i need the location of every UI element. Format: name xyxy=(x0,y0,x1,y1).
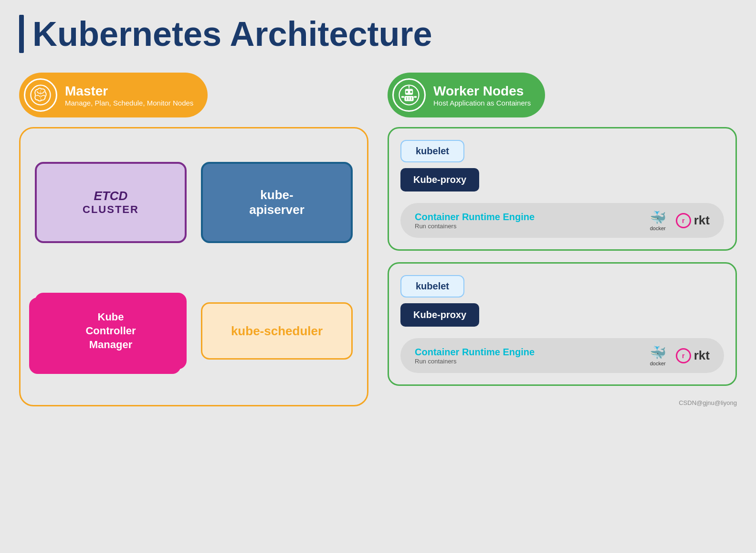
master-icon xyxy=(24,78,57,112)
scheduler-title: kube-scheduler xyxy=(231,324,323,339)
etcd-sub: CLUSTER xyxy=(83,203,139,216)
runtime-box-1: Container Runtime Engine Run containers … xyxy=(400,203,724,238)
master-badge: Master Manage, Plan, Schedule, Monitor N… xyxy=(19,73,208,117)
main-layout: Master Manage, Plan, Schedule, Monitor N… xyxy=(19,73,737,406)
rkt-logo-2: r rkt xyxy=(676,348,710,363)
docker-icon-2: 🐳 xyxy=(650,345,666,361)
kubelet-label-1: kubelet xyxy=(416,146,449,157)
kubelet-box-2: kubelet xyxy=(400,275,464,298)
svg-point-6 xyxy=(409,86,410,87)
docker-logo-2: 🐳 docker xyxy=(650,345,666,366)
etcd-title: ETCD xyxy=(94,189,128,203)
controller-box: KubeControllerManager xyxy=(35,293,187,369)
worker-section: Worker Nodes Host Application as Contain… xyxy=(388,73,737,406)
docker-label-2: docker xyxy=(650,361,666,366)
kubeproxy-box-1: Kube-proxy xyxy=(400,168,479,191)
worker-icon xyxy=(392,78,426,112)
watermark: CSDN@gjnu@liyong xyxy=(388,399,737,406)
runtime-text-2: Container Runtime Engine Run containers xyxy=(415,347,535,365)
svg-rect-11 xyxy=(401,96,404,98)
runtime-logos-1: 🐳 docker r rkt xyxy=(650,210,710,231)
controller-title: KubeControllerManager xyxy=(85,310,136,351)
master-badge-text: Master Manage, Plan, Schedule, Monitor N… xyxy=(65,84,193,107)
kubelet-label-2: kubelet xyxy=(416,281,449,292)
docker-label-1: docker xyxy=(650,225,666,231)
docker-logo-1: 🐳 docker xyxy=(650,210,666,231)
title-bar xyxy=(19,15,24,53)
rkt-label-1: rkt xyxy=(694,213,710,228)
worker-node-1: kubelet Kube-proxy Container Runtime Eng… xyxy=(388,127,737,251)
worker-badge: Worker Nodes Host Application as Contain… xyxy=(388,73,545,117)
apiserver-box: kube-apiserver xyxy=(201,162,353,243)
kubeproxy-label-2: Kube-proxy xyxy=(413,309,466,320)
worker-badge-text: Worker Nodes Host Application as Contain… xyxy=(433,84,531,107)
runtime-sub-1: Run containers xyxy=(415,223,535,230)
page-title: Kubernetes Architecture xyxy=(19,14,737,53)
scheduler-box: kube-scheduler xyxy=(201,302,353,360)
runtime-box-2: Container Runtime Engine Run containers … xyxy=(400,338,724,373)
kubeproxy-label-1: Kube-proxy xyxy=(413,174,466,185)
etcd-box: ETCD CLUSTER xyxy=(35,162,187,243)
runtime-logos-2: 🐳 docker r rkt xyxy=(650,345,710,366)
svg-point-4 xyxy=(410,91,412,93)
worker-node-2: kubelet Kube-proxy Container Runtime Eng… xyxy=(388,262,737,386)
runtime-title-2: Container Runtime Engine xyxy=(415,347,535,358)
rkt-logo-1: r rkt xyxy=(676,213,710,228)
master-container: ETCD CLUSTER kube-apiserver KubeControll… xyxy=(19,127,368,406)
runtime-sub-2: Run containers xyxy=(415,358,535,365)
svg-rect-12 xyxy=(414,96,417,98)
runtime-text-1: Container Runtime Engine Run containers xyxy=(415,212,535,230)
kubeproxy-box-2: Kube-proxy xyxy=(400,303,479,327)
master-section: Master Manage, Plan, Schedule, Monitor N… xyxy=(19,73,368,406)
rkt-label-2: rkt xyxy=(694,348,710,363)
runtime-title-1: Container Runtime Engine xyxy=(415,212,535,223)
worker-subtitle: Host Application as Containers xyxy=(433,99,531,107)
title-text: Kubernetes Architecture xyxy=(32,14,432,53)
rkt-circle-1: r xyxy=(676,213,691,228)
worker-title: Worker Nodes xyxy=(433,84,531,99)
kubelet-box-1: kubelet xyxy=(400,140,464,162)
docker-icon-1: 🐳 xyxy=(650,210,666,225)
apiserver-title: kube-apiserver xyxy=(249,188,304,217)
master-title: Master xyxy=(65,84,193,99)
svg-point-3 xyxy=(406,91,408,93)
rkt-circle-2: r xyxy=(676,348,691,363)
master-subtitle: Manage, Plan, Schedule, Monitor Nodes xyxy=(65,99,193,107)
